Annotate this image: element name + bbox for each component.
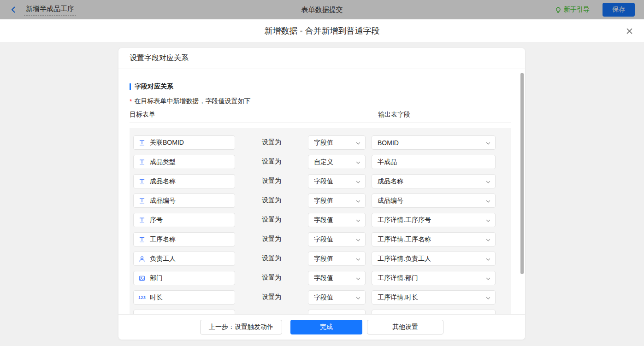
chevron-down-icon [486,217,490,224]
output-field-value: BOMID [378,139,399,147]
target-field-input[interactable]: 负责工人 [133,252,235,266]
target-field-label: 部门 [150,274,163,282]
dialog-header: 新增数据 - 合并新增到普通字段 [0,19,644,42]
chevron-down-icon [486,255,490,263]
field-mapping-card: 设置字段对应关系 字段对应关系 * 在目标表单中新增数据，字段值设置如下 目标表… [118,48,525,340]
set-as-label: 设置为 [262,235,281,243]
chevron-down-icon [356,139,360,147]
field-mapping-list: 关联BOMID 设置为 字段值 BOMID 成品类型 设置为 自定义 半成品 成 [130,128,511,314]
target-field-input[interactable]: 关联BOMID [133,135,235,150]
value-mode-value: 字段值 [314,293,333,302]
other-settings-button[interactable]: 其他设置 [367,320,443,334]
target-field-label: 成品类型 [150,158,176,166]
field-mapping-row: 序号 设置为 字段值 工序详情.工序序号 [133,213,511,227]
card-header: 设置字段对应关系 [118,48,525,69]
field-type-icon [138,314,146,315]
set-as-label: 设置为 [262,196,281,205]
output-field-select[interactable]: 工序详情.工序名称 [372,232,496,246]
required-asterisk: * [130,98,132,105]
beginner-guide-link[interactable]: 新手引导 [555,6,590,14]
target-field-label: 关联BOMID [150,139,184,147]
chevron-down-icon [356,255,360,263]
value-mode-select[interactable]: 字段值 [308,232,366,246]
value-mode-select[interactable]: 字段值 [308,252,366,266]
target-field-label: 时长 [150,293,163,302]
value-mode-select[interactable]: 字段值 [308,290,366,305]
back-icon[interactable] [9,6,18,14]
value-mode-value: 字段值 [314,216,333,224]
field-type-icon [138,159,146,165]
output-field-value: 成品名称 [378,177,403,186]
process-name-title[interactable]: 新增半成品工序 [24,4,76,16]
output-field-select[interactable]: 工序详情.部门 [372,271,496,285]
set-as-label: 设置为 [262,274,281,282]
save-button[interactable]: 保存 [603,3,635,17]
target-field-input[interactable]: 部门 [133,271,235,285]
value-mode-value: 字段值 [314,274,333,282]
value-mode-value: 字段值 [314,177,333,186]
chevron-down-icon [486,294,490,301]
chevron-down-icon [356,158,360,166]
close-icon[interactable] [625,26,634,35]
value-mode-select[interactable]: 字段值 [308,174,366,188]
output-field-value: 工序详情.工序序号 [378,216,431,224]
column-headers: 目标表单 输出表字段 [130,111,511,120]
output-field-select[interactable]: 工序详情.工序序号 [372,213,496,227]
lightbulb-icon [555,6,561,13]
output-field-select[interactable]: 成品编号 [372,194,496,208]
previous-step-button[interactable]: 上一步：设置触发动作 [200,320,282,334]
column-header-output-fields: 输出表字段 [378,111,410,119]
field-type-icon [138,217,146,223]
field-mapping-row: 工序名称 设置为 字段值 工序详情.工序名称 [133,232,511,246]
top-toolbar: 新增半成品工序 表单数据提交 新手引导 保存 [0,0,644,19]
output-field-select[interactable] [372,310,496,314]
field-type-icon [138,198,146,204]
card-footer: 上一步：设置触发动作 完成 其他设置 [118,314,525,340]
target-field-input[interactable] [133,310,235,314]
target-field-label: 工序名称 [150,235,176,244]
value-mode-select[interactable]: 字段值 [308,213,366,227]
value-mode-select[interactable] [308,310,366,314]
custom-value-input[interactable]: 半成品 [372,155,496,169]
dialog-title: 新增数据 - 合并新增到普通字段 [265,25,380,36]
column-header-target-form: 目标表单 [130,111,155,118]
field-mapping-row: 负责工人 设置为 字段值 工序详情.负责工人 [133,252,511,266]
chevron-down-icon [356,275,360,282]
output-field-select[interactable]: BOMID [372,135,496,150]
field-type-icon [138,140,146,146]
output-field-value: 工序详情.时长 [378,293,418,302]
output-field-value: 成品编号 [378,197,403,205]
chevron-down-icon [356,217,360,224]
vertical-scrollbar[interactable] [520,73,524,274]
field-type-icon [138,275,146,281]
value-mode-value: 字段值 [314,235,333,244]
field-type-icon: 123 [138,294,146,301]
output-field-value: 半成品 [378,158,397,166]
output-field-select[interactable]: 工序详情.负责工人 [372,252,496,266]
output-field-select[interactable]: 成品名称 [372,174,496,188]
output-field-select[interactable]: 工序详情.时长 [372,290,496,305]
chevron-down-icon [486,178,490,185]
value-mode-select[interactable]: 字段值 [308,135,366,150]
section-accent-bar [130,83,131,90]
target-field-input[interactable]: 工序名称 [133,232,235,246]
target-field-input[interactable]: 成品编号 [133,194,235,208]
dialog-body: 设置字段对应关系 字段对应关系 * 在目标表单中新增数据，字段值设置如下 目标表… [0,42,644,346]
section-title: 字段对应关系 [135,82,173,91]
value-mode-select[interactable]: 字段值 [308,194,366,208]
field-type-icon [138,256,146,262]
field-mapping-row: 成品名称 设置为 字段值 成品名称 [133,174,511,188]
set-as-label: 设置为 [262,158,281,166]
target-field-input[interactable]: 成品类型 [133,155,235,169]
header-divider [130,123,511,123]
output-field-value: 工序详情.部门 [378,274,418,282]
value-mode-select[interactable]: 字段值 [308,271,366,285]
target-field-input[interactable]: 成品名称 [133,174,235,188]
value-mode-select[interactable]: 自定义 [308,155,366,169]
target-field-input[interactable]: 序号 [133,213,235,227]
done-button[interactable]: 完成 [290,320,362,334]
card-title: 设置字段对应关系 [130,53,189,63]
set-as-label: 设置为 [262,216,281,224]
page-title: 表单数据提交 [301,6,343,14]
target-field-input[interactable]: 123 时长 [133,290,235,305]
